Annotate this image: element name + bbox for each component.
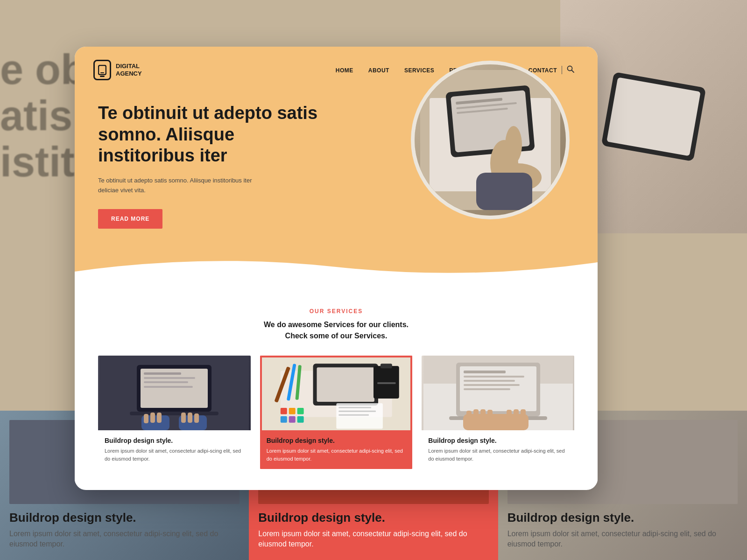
service-image-3 [422, 356, 574, 430]
hero-image-placeholder [415, 64, 566, 216]
svg-rect-38 [280, 408, 287, 414]
hero-content: Te obtinuit ut adepto satis somno. Aliis… [98, 103, 331, 229]
svg-rect-18 [144, 372, 181, 375]
svg-rect-56 [464, 376, 524, 378]
svg-rect-59 [464, 388, 510, 390]
service-desc-3: Lorem ipsum dolor sit amet, consectetur … [428, 447, 568, 462]
logo-text: DIGITAL AGENCY [116, 63, 142, 77]
svg-rect-41 [280, 416, 287, 423]
search-icon[interactable] [567, 65, 574, 75]
service-body-3: Buildrop design style. Lorem ipsum dolor… [422, 430, 574, 469]
svg-rect-19 [144, 377, 195, 379]
logo: DIGITAL AGENCY [93, 60, 142, 80]
hero-circle-image [411, 61, 570, 219]
service-title-1: Buildrop design style. [105, 437, 244, 444]
service-card-1: Buildrop design style. Lorem ipsum dolor… [98, 356, 251, 469]
svg-rect-28 [181, 413, 186, 423]
svg-rect-49 [338, 411, 376, 412]
service-title-3: Buildrop design style. [428, 437, 568, 444]
services-section: OUR SERVICES We do awesome Services for … [75, 289, 598, 483]
read-more-button[interactable]: READ MORE [98, 209, 162, 229]
svg-rect-58 [464, 384, 520, 386]
svg-line-3 [572, 70, 574, 73]
svg-rect-62 [466, 411, 472, 421]
svg-rect-65 [487, 410, 493, 420]
svg-rect-30 [194, 413, 199, 423]
services-header: OUR SERVICES We do awesome Services for … [98, 308, 574, 342]
services-grid: Buildrop design style. Lorem ipsum dolor… [98, 356, 574, 469]
svg-rect-57 [464, 380, 515, 382]
svg-rect-43 [297, 416, 303, 423]
services-label: OUR SERVICES [98, 308, 574, 315]
service-title-2: Buildrop design style. [267, 437, 406, 444]
svg-rect-40 [297, 408, 303, 414]
service-desc-1: Lorem ipsum dolor sit amet, consectetur … [105, 447, 244, 462]
svg-rect-64 [480, 409, 486, 420]
logo-icon [93, 60, 111, 80]
service-card-2: Buildrop design style. Lorem ipsum dolor… [260, 356, 413, 469]
svg-point-13 [505, 126, 522, 163]
svg-rect-67 [514, 409, 519, 420]
service-card-3: Buildrop design style. Lorem ipsum dolor… [422, 356, 574, 469]
svg-rect-14 [476, 173, 532, 210]
svg-rect-29 [188, 413, 192, 423]
svg-rect-21 [144, 386, 193, 388]
hero-section: DIGITAL AGENCY HOME ABOUT SERVICES PROJE… [75, 47, 598, 289]
svg-rect-26 [150, 413, 155, 423]
svg-rect-63 [473, 409, 479, 420]
service-desc-2: Lorem ipsum dolor sit amet, consectetur … [267, 447, 406, 462]
svg-rect-20 [144, 381, 188, 383]
svg-rect-25 [144, 414, 148, 423]
svg-rect-34 [317, 367, 374, 402]
svg-rect-68 [521, 409, 526, 420]
svg-rect-66 [507, 410, 512, 420]
svg-rect-22 [130, 412, 218, 415]
service-body-1: Buildrop design style. Lorem ipsum dolor… [98, 430, 251, 469]
service-image-1 [98, 356, 251, 430]
svg-rect-55 [464, 371, 506, 373]
svg-rect-50 [338, 414, 369, 416]
hero-title: Te obtinuit ut adepto satis somno. Aliis… [98, 103, 331, 167]
nav-home[interactable]: HOME [336, 67, 353, 74]
services-title: We do awesome Services for our clients. … [98, 319, 574, 342]
svg-rect-42 [289, 416, 295, 423]
service-image-2 [260, 356, 413, 430]
svg-rect-46 [377, 382, 396, 384]
nav-about[interactable]: ABOUT [368, 67, 389, 74]
svg-rect-39 [289, 408, 295, 414]
svg-rect-27 [157, 413, 162, 423]
svg-rect-45 [381, 364, 392, 368]
service-body-2: Buildrop design style. Lorem ipsum dolor… [260, 430, 413, 469]
svg-rect-48 [338, 407, 371, 408]
hero-subtitle: Te obtinuit ut adepto satis somno. Aliis… [98, 176, 266, 196]
modal-card: DIGITAL AGENCY HOME ABOUT SERVICES PROJE… [75, 47, 598, 490]
svg-rect-1 [100, 72, 104, 73]
